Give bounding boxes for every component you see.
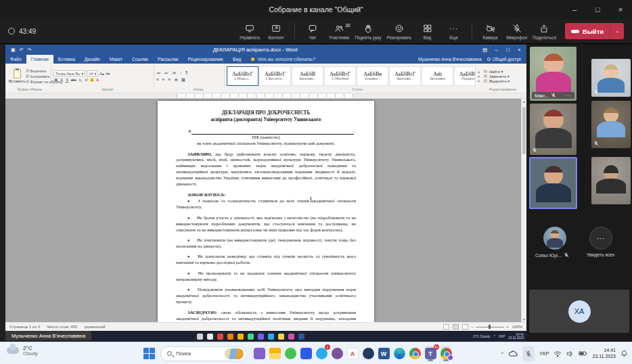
align-center-icon[interactable]: ≡ — [162, 77, 166, 82]
search-icon[interactable] — [207, 334, 213, 340]
tell-me-search[interactable]: Что вы хотите сделать? — [246, 55, 320, 64]
document-page[interactable]: ДЕКЛАРАЦІЯ ПРО ДОБРОЧЕСНІСТЬ аспіранта (… — [158, 101, 374, 322]
toolbar-view-button[interactable]: Вид — [415, 22, 440, 41]
style-item[interactable]: АаbЗаголовок — [422, 66, 453, 86]
wifi-icon[interactable] — [554, 350, 562, 357]
font-name-select[interactable]: Times New Ro▾ — [53, 70, 85, 76]
whatsapp-icon[interactable] — [284, 346, 297, 362]
account-name[interactable]: Музыченко Анна В'ячеславовна — [418, 55, 487, 64]
toolbar-more-button[interactable]: ···Еще — [441, 22, 466, 41]
window-minimize-button[interactable]: – — [563, 0, 586, 19]
share-document-button[interactable]: Общий доступ — [487, 55, 526, 64]
word-icon[interactable]: W — [377, 346, 390, 362]
edge-icon[interactable] — [392, 346, 406, 362]
video-tile-5-active-speaker[interactable] — [529, 157, 577, 209]
acrobat-icon[interactable]: A — [346, 346, 359, 362]
paint-icon[interactable] — [288, 334, 294, 340]
scrollbar-thumb[interactable] — [522, 107, 526, 154]
save-icon[interactable]: ▣ — [11, 47, 16, 53]
tile-more-icon[interactable]: ··· — [566, 93, 572, 98]
viber-icon[interactable] — [258, 334, 264, 340]
font-format-button[interactable]: Ч — [65, 78, 69, 82]
toolbar-content-button[interactable]: Контент — [264, 22, 289, 41]
print-layout-icon[interactable] — [453, 324, 459, 329]
vertical-scrollbar[interactable]: ▲ ▼ — [521, 99, 526, 322]
document-canvas[interactable]: ДЕКЛАРАЦІЯ ПРО ДОБРОЧЕСНІСТЬ аспіранта (… — [5, 99, 526, 322]
initials-tile[interactable]: ХА — [529, 290, 629, 333]
tab-review[interactable]: Рецензирование — [183, 55, 227, 64]
weather-mini[interactable]: 2°C Cloudy — [473, 334, 490, 338]
leave-chevron-icon[interactable]: ⌄ — [610, 28, 624, 34]
mail-icon[interactable] — [361, 346, 375, 362]
justify-icon[interactable]: ≣ — [174, 77, 178, 83]
style-item[interactable]: АаБбВвОсновно... — [357, 66, 388, 86]
style-item[interactable]: АаБбВгГЗаголово... — [389, 66, 421, 86]
video-tile-4[interactable] — [591, 101, 631, 148]
align-left-icon[interactable]: ≡ — [156, 77, 160, 82]
tab-references[interactable]: Ссылки — [127, 55, 153, 64]
style-item[interactable]: АаБбВгГ1 Без инте... — [259, 66, 291, 86]
word-icon[interactable] — [298, 334, 304, 340]
video-tile-3[interactable] — [530, 104, 577, 155]
language-indicator[interactable]: УКР — [539, 350, 549, 357]
word-close-button[interactable]: × — [514, 47, 525, 53]
telegram-icon[interactable]: 1 — [315, 346, 328, 362]
teams-icon[interactable]: T9+ — [424, 346, 437, 362]
telegram-icon[interactable] — [268, 334, 274, 340]
style-item[interactable]: АаБбВгГ1 Обычный — [324, 66, 356, 86]
toolbar-chat-button[interactable]: Чат — [300, 22, 325, 41]
zoom-level[interactable]: 100% — [512, 325, 522, 329]
font-format-button[interactable]: x² — [84, 78, 88, 82]
tab-layout[interactable]: Макет — [105, 55, 127, 64]
overflow-avatar[interactable] — [543, 227, 566, 250]
tab-design[interactable]: Дизайн — [80, 55, 105, 64]
onedrive-icon[interactable] — [508, 350, 518, 357]
font-format-button[interactable]: Ж — [53, 78, 59, 82]
toolbar-share-button[interactable]: Поделиться — [531, 22, 558, 41]
font-format-button[interactable]: abc — [70, 78, 77, 82]
style-item[interactable]: АаБбВЗаголово... — [292, 66, 323, 86]
zoom-slider[interactable]: −+ — [472, 325, 509, 329]
battery-icon[interactable] — [579, 350, 587, 357]
firefox-icon[interactable] — [227, 334, 233, 340]
taskbar-search[interactable]: Поиск — [160, 346, 247, 361]
window-maximize-button[interactable]: □ — [586, 0, 609, 19]
leave-button[interactable]: Выйти ⌄ — [565, 23, 624, 39]
taskbar-weather-widget[interactable]: 2°C Cloudy — [7, 345, 38, 356]
clock-mini[interactable]: 14:4123.11.2023 — [508, 333, 524, 340]
video-tile-6[interactable] — [591, 157, 631, 204]
paste-button[interactable]: Вставить — [9, 66, 26, 87]
see-all-button[interactable]: ··· — [589, 227, 612, 250]
toolbar-camera-button[interactable]: Камера — [478, 22, 503, 41]
window-close-button[interactable]: × — [609, 0, 632, 19]
toolbar-raise-hand-button[interactable]: Поднять руку — [353, 22, 384, 41]
sort-icon[interactable]: ↕ — [180, 70, 183, 75]
video-tile-2[interactable] — [591, 59, 631, 97]
file-explorer-icon[interactable] — [268, 346, 281, 362]
grow-font-button[interactable]: А▴ — [99, 72, 104, 76]
volume-icon[interactable] — [566, 350, 574, 357]
toolbar-microphone-button[interactable]: Микрофон — [504, 22, 529, 41]
app-blue-tile-icon[interactable] — [299, 346, 313, 362]
language-indicator[interactable]: украинский — [84, 325, 105, 329]
calculator-icon[interactable] — [278, 334, 284, 340]
mic-muted-tray-icon[interactable] — [522, 346, 535, 361]
notification-bell-icon[interactable] — [620, 350, 628, 357]
editing-item[interactable]: Заменить ▾ — [484, 74, 523, 78]
whatsapp-icon[interactable] — [248, 334, 254, 340]
quick-access-toolbar[interactable]: ▣ ↶ ↷ — [11, 47, 31, 53]
word-count[interactable]: Число слов: 452 — [47, 325, 77, 329]
page-indicator[interactable]: Страница 1 из 3 — [9, 325, 40, 329]
font-format-button[interactable]: К — [60, 78, 64, 82]
tray-chevron-icon[interactable]: ^ — [494, 334, 495, 338]
word-minimize-button[interactable]: – — [491, 47, 502, 53]
tab-view[interactable]: Вид — [228, 55, 246, 64]
font-format-button[interactable]: А — [90, 78, 94, 82]
hidden-icons-chevron[interactable]: ^ — [501, 350, 504, 357]
word-restore-button[interactable]: □ — [502, 47, 514, 53]
taskbar-clock[interactable]: 14:4123.11.2023 — [592, 348, 616, 360]
start-button[interactable] — [143, 348, 155, 359]
tab-home[interactable]: Главная — [26, 55, 53, 64]
align-right-icon[interactable]: ≡ — [168, 77, 172, 82]
video-tile-1[interactable]: Макс... ··· — [530, 47, 577, 101]
